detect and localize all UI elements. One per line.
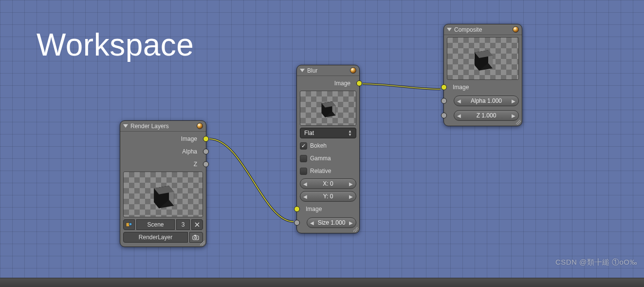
scene-unlink-button[interactable] [191, 219, 203, 230]
input-alpha-row: ◀ Alpha 1.000 ▶ [447, 95, 519, 107]
input-socket-image[interactable] [294, 206, 300, 212]
input-image-label: Image [306, 206, 322, 212]
resize-grip[interactable] [200, 241, 205, 246]
select-arrows-icon: ▲▼ [348, 130, 352, 136]
scene-icon[interactable] [123, 219, 135, 230]
chevron-right-icon: ▶ [349, 181, 353, 187]
node-title: Composite [454, 26, 513, 33]
node-title: Render Layers [130, 123, 197, 130]
chevron-left-icon: ◀ [303, 181, 307, 187]
chevron-left-icon: ◀ [457, 113, 461, 118]
watermark-text: CSDN @類╊縋 ①oO‰ [555, 258, 637, 267]
output-socket-alpha[interactable] [203, 149, 209, 154]
collapse-icon[interactable] [447, 28, 452, 31]
scene-users-count[interactable]: 3 [176, 219, 190, 230]
output-socket-z[interactable] [203, 161, 209, 167]
bokeh-checkbox-row[interactable]: ✓ Bokeh [300, 140, 356, 151]
blur-preview [300, 91, 356, 126]
material-sphere-icon [513, 26, 519, 33]
node-editor-canvas[interactable]: Workspace Render Layers Image Alpha Z [0, 0, 644, 278]
output-socket-image[interactable] [356, 80, 362, 86]
z-value: Z 1.000 [477, 112, 497, 119]
workspace-overlay-title: Workspace [37, 27, 194, 63]
input-image-label: Image [453, 84, 469, 91]
svg-point-7 [195, 237, 197, 239]
relative-label: Relative [310, 168, 331, 174]
input-socket-alpha[interactable] [441, 98, 447, 104]
node-header[interactable]: Composite [444, 24, 522, 35]
output-image-row: Image [123, 134, 203, 144]
chevron-right-icon: ▶ [512, 98, 515, 104]
output-z-row: Z [123, 159, 203, 170]
node-composite[interactable]: Composite Image ◀ Alpha 1.000 ▶ [443, 24, 522, 126]
input-image-row: Image [447, 82, 519, 93]
bokeh-label: Bokeh [310, 142, 327, 149]
node-header[interactable]: Render Layers [120, 121, 206, 132]
cube-icon [469, 46, 496, 73]
cube-icon [148, 181, 178, 211]
output-image-row: Image [300, 78, 356, 89]
size-field[interactable]: ◀ Size 1.000 ▶ [307, 217, 356, 228]
material-sphere-icon [350, 67, 356, 74]
scene-name-field[interactable]: Scene [136, 219, 175, 230]
resize-grip[interactable] [353, 227, 358, 232]
bokeh-checkbox[interactable]: ✓ [300, 142, 307, 150]
falloff-value: Flat [304, 130, 314, 136]
blur-y-field[interactable]: ◀ Y: 0 ▶ [300, 191, 356, 202]
blur-x-field[interactable]: ◀ X: 0 ▶ [300, 178, 356, 189]
output-socket-image[interactable] [203, 136, 209, 142]
gamma-checkbox[interactable] [300, 155, 307, 162]
render-preview [123, 172, 203, 217]
editor-header-bar[interactable] [0, 278, 644, 287]
relative-checkbox-row[interactable]: Relative [300, 166, 356, 176]
node-title: Blur [307, 67, 350, 74]
node-render-layers[interactable]: Render Layers Image Alpha Z [120, 120, 206, 247]
chevron-left-icon: ◀ [310, 220, 314, 226]
z-field[interactable]: ◀ Z 1.000 ▶ [454, 110, 519, 121]
output-image-label: Image [334, 80, 350, 87]
chevron-right-icon: ▶ [349, 194, 353, 199]
node-header[interactable]: Blur [297, 65, 359, 76]
scene-picker[interactable]: Scene 3 [123, 219, 203, 230]
material-sphere-icon [197, 123, 203, 129]
output-z-label: Z [194, 161, 197, 168]
cube-icon [317, 98, 338, 119]
input-socket-image[interactable] [441, 84, 447, 90]
input-size-row: ◀ Size 1.000 ▶ [300, 216, 356, 229]
render-layer-picker[interactable]: RenderLayer [123, 232, 203, 243]
chevron-right-icon: ▶ [512, 113, 515, 118]
blur-x-value: X: 0 [323, 180, 333, 187]
gamma-label: Gamma [310, 155, 331, 162]
input-image-row: Image [300, 204, 356, 214]
collapse-icon[interactable] [300, 69, 305, 72]
relative-checkbox[interactable] [300, 168, 307, 175]
input-socket-size[interactable] [294, 220, 300, 226]
output-alpha-row: Alpha [123, 146, 203, 157]
gamma-checkbox-row[interactable]: Gamma [300, 153, 356, 164]
svg-rect-8 [194, 235, 196, 236]
chevron-left-icon: ◀ [457, 98, 461, 104]
composite-preview [447, 37, 519, 80]
input-z-row: ◀ Z 1.000 ▶ [447, 109, 519, 122]
render-layer-field[interactable]: RenderLayer [123, 232, 188, 243]
chevron-right-icon: ▶ [349, 220, 353, 226]
falloff-select[interactable]: Flat ▲▼ [300, 128, 356, 138]
alpha-field[interactable]: ◀ Alpha 1.000 ▶ [454, 96, 519, 106]
output-image-label: Image [181, 135, 197, 142]
blur-y-value: Y: 0 [323, 193, 333, 200]
alpha-value: Alpha 1.000 [471, 97, 502, 104]
chevron-left-icon: ◀ [303, 194, 307, 199]
size-value: Size 1.000 [318, 219, 346, 226]
input-socket-z[interactable] [441, 113, 447, 118]
svg-point-5 [129, 223, 132, 226]
output-alpha-label: Alpha [182, 148, 197, 155]
resize-grip[interactable] [516, 120, 521, 125]
collapse-icon[interactable] [123, 124, 128, 128]
node-blur[interactable]: Blur Image Flat ▲▼ ✓ Bokeh [296, 65, 360, 233]
